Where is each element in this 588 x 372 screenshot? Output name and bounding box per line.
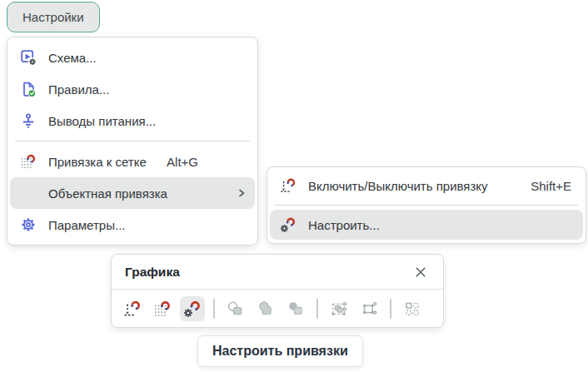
- menu-item-label: Схема...: [48, 51, 97, 65]
- settings-menu-button-label: Настройки: [22, 10, 84, 24]
- chevron-right-icon: [237, 188, 247, 198]
- tool-grid-snap-button[interactable]: [150, 296, 175, 321]
- snap-configure-magnet-icon: [280, 216, 296, 233]
- graphics-panel-title: Графика: [125, 265, 180, 280]
- submenu-item-label: Включить/Выключить привязку: [308, 179, 488, 193]
- gear-outline-icon: [20, 216, 37, 233]
- toolbar-separator: [213, 299, 215, 319]
- grid-snap-magnet-icon: [20, 153, 37, 170]
- menu-item-rules[interactable]: Правила...: [10, 73, 255, 105]
- graphics-panel: Графика: [111, 254, 444, 328]
- graphics-toolbar: [112, 290, 443, 327]
- align-objects-icon: [403, 300, 421, 318]
- submenu-item-toggle-snap[interactable]: Включить/Выключить привязку Shift+E: [270, 171, 583, 201]
- toolbar-separator: [316, 299, 318, 319]
- schema-icon: [20, 49, 37, 66]
- menu-separator: [15, 141, 250, 141]
- tool-shape-exclude-button[interactable]: [223, 296, 248, 321]
- menu-item-power-pins[interactable]: Выводы питания...: [10, 105, 255, 136]
- tool-edit-nodes-button[interactable]: [356, 296, 381, 321]
- tool-shape-union-button[interactable]: [253, 296, 278, 321]
- menu-item-label: Выводы питания...: [48, 114, 156, 128]
- edit-nodes-icon: [360, 300, 378, 318]
- submenu-item-label: Настроить...: [308, 218, 380, 232]
- tool-align-objects-button[interactable]: [400, 296, 425, 321]
- menu-item-label: Параметры...: [48, 218, 125, 232]
- tooltip: Настроить привязки: [197, 335, 363, 367]
- tool-snap-configure-button[interactable]: [180, 296, 205, 321]
- screen: Настройки Схема...: [0, 0, 588, 372]
- shape-intersect-icon: [287, 300, 305, 318]
- menu-item-label: Привязка к сетке: [48, 155, 147, 169]
- graphics-panel-titlebar: Графика: [112, 255, 443, 290]
- toolbar-separator: [390, 299, 391, 319]
- grid-snap-magnet-icon: [153, 300, 172, 318]
- snap-toggle-magnet-icon: [123, 300, 142, 318]
- select-group-icon: [330, 300, 348, 318]
- settings-menu-button[interactable]: Настройки: [7, 2, 100, 32]
- submenu-item-configure-snap[interactable]: Настроить...: [270, 210, 583, 240]
- tool-shape-intersect-button[interactable]: [283, 296, 308, 321]
- shape-union-icon: [257, 300, 275, 318]
- snap-configure-magnet-icon: [183, 300, 202, 318]
- menu-item-label: Объектная привязка: [48, 186, 167, 201]
- shape-exclude-icon: [227, 300, 245, 318]
- menu-item-parameters[interactable]: Параметры...: [10, 209, 255, 241]
- settings-dropdown-menu: Схема... Правила...: [7, 37, 258, 246]
- tooltip-text: Настроить привязки: [212, 344, 348, 358]
- menu-item-label: Правила...: [48, 82, 109, 97]
- snap-toggle-magnet-icon: [280, 177, 296, 194]
- tool-snap-toggle-button[interactable]: [120, 296, 145, 321]
- menu-item-schema[interactable]: Схема...: [10, 42, 255, 73]
- submenu-item-shortcut: Shift+E: [531, 179, 571, 193]
- close-button[interactable]: [411, 263, 430, 281]
- menu-item-shortcut: Alt+G: [167, 155, 198, 169]
- submenu-separator: [275, 205, 578, 206]
- power-pin-ground-icon: [20, 112, 37, 129]
- menu-item-grid-snap[interactable]: Привязка к сетке Alt+G: [10, 146, 255, 177]
- close-icon: [415, 266, 426, 278]
- rules-check-icon: [20, 81, 37, 97]
- menu-item-object-snap[interactable]: Объектная привязка: [10, 177, 255, 209]
- tool-select-group-button[interactable]: [326, 296, 351, 321]
- object-snap-submenu: Включить/Выключить привязку Shift+E Наст…: [267, 166, 586, 244]
